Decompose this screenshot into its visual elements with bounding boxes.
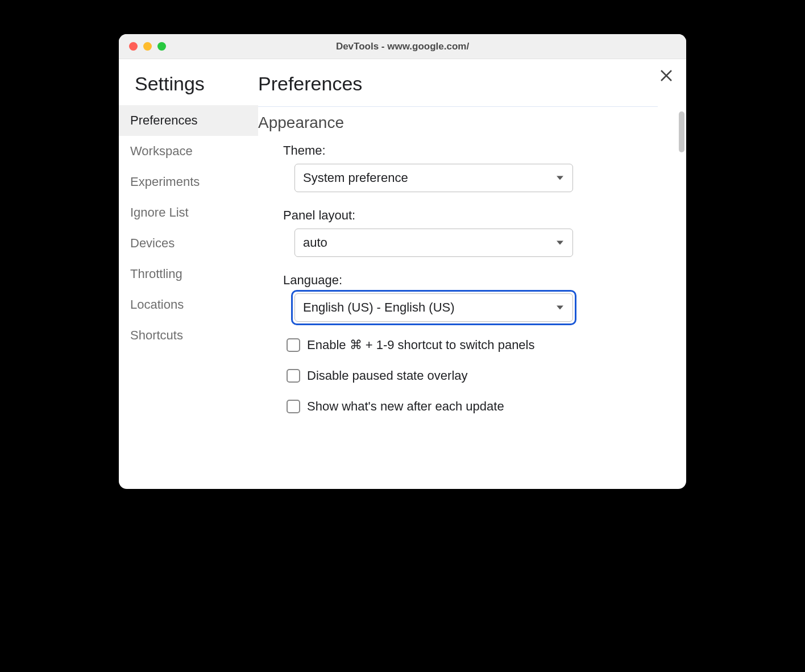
traffic-lights [119,42,166,51]
window-minimize-button[interactable] [143,42,152,51]
language-label: Language: [283,273,658,288]
panel-layout-select-value: auto [303,235,327,250]
sidebar-item-label: Preferences [130,113,198,127]
sidebar-item-preferences[interactable]: Preferences [119,105,258,136]
disable-paused-overlay-checkbox[interactable] [287,369,300,383]
show-whats-new-checkbox[interactable] [287,400,300,413]
theme-label: Theme: [283,143,658,158]
enable-shortcut-checkbox[interactable] [287,338,300,352]
sidebar-item-throttling[interactable]: Throttling [119,259,258,289]
chevron-down-icon [557,241,563,245]
devtools-settings-window: DevTools - www.google.com/ Settings Pref… [119,34,686,489]
show-whats-new-label: Show what's new after each update [307,399,504,414]
panel-layout-field: Panel layout: auto [283,208,658,257]
settings-sidebar: Settings Preferences Workspace Experimen… [119,59,258,489]
sidebar-item-workspace[interactable]: Workspace [119,136,258,167]
theme-select-wrap: System preference [294,164,573,192]
scrollbar-thumb[interactable] [679,111,684,152]
titlebar: DevTools - www.google.com/ [119,34,686,59]
language-select-wrap: English (US) - English (US) [294,293,573,322]
window-title: DevTools - www.google.com/ [119,41,686,52]
theme-select-value: System preference [303,171,408,185]
sidebar-item-devices[interactable]: Devices [119,228,258,259]
theme-select[interactable]: System preference [294,164,573,192]
language-select-value: English (US) - English (US) [303,300,455,315]
sidebar-item-experiments[interactable]: Experiments [119,167,258,197]
panel-layout-select-wrap: auto [294,229,573,257]
enable-shortcut-label: Enable ⌘ + 1-9 shortcut to switch panels [307,338,535,352]
sidebar-item-label: Workspace [130,144,193,158]
sidebar-title: Settings [119,73,258,105]
section-appearance-title: Appearance [258,114,658,132]
sidebar-item-label: Devices [130,236,175,250]
panel-layout-label: Panel layout: [283,208,658,223]
chevron-down-icon [557,306,563,310]
sidebar-item-label: Experiments [130,175,200,189]
language-field: Language: English (US) - English (US) [283,273,658,322]
sidebar-item-label: Ignore List [130,205,189,219]
sidebar-item-ignore-list[interactable]: Ignore List [119,197,258,228]
show-whats-new-checkbox-row[interactable]: Show what's new after each update [287,399,658,414]
close-icon[interactable] [660,69,673,84]
preferences-scroll-area[interactable]: Appearance Theme: System preference Pane… [258,107,680,489]
disable-paused-overlay-checkbox-row[interactable]: Disable paused state overlay [287,368,658,383]
sidebar-item-shortcuts[interactable]: Shortcuts [119,320,258,351]
language-select[interactable]: English (US) - English (US) [294,293,573,322]
window-close-button[interactable] [129,42,138,51]
window-maximize-button[interactable] [157,42,166,51]
page-title: Preferences [258,73,658,107]
disable-paused-overlay-label: Disable paused state overlay [307,368,468,383]
content-area: Settings Preferences Workspace Experimen… [119,59,686,489]
panel-layout-select[interactable]: auto [294,229,573,257]
sidebar-item-label: Throttling [130,267,182,281]
enable-shortcut-checkbox-row[interactable]: Enable ⌘ + 1-9 shortcut to switch panels [287,338,658,352]
sidebar-item-label: Shortcuts [130,328,183,342]
chevron-down-icon [557,176,563,180]
sidebar-item-locations[interactable]: Locations [119,289,258,320]
sidebar-item-label: Locations [130,297,184,312]
main-panel: Preferences Appearance Theme: System pre… [258,59,686,489]
theme-field: Theme: System preference [283,143,658,192]
